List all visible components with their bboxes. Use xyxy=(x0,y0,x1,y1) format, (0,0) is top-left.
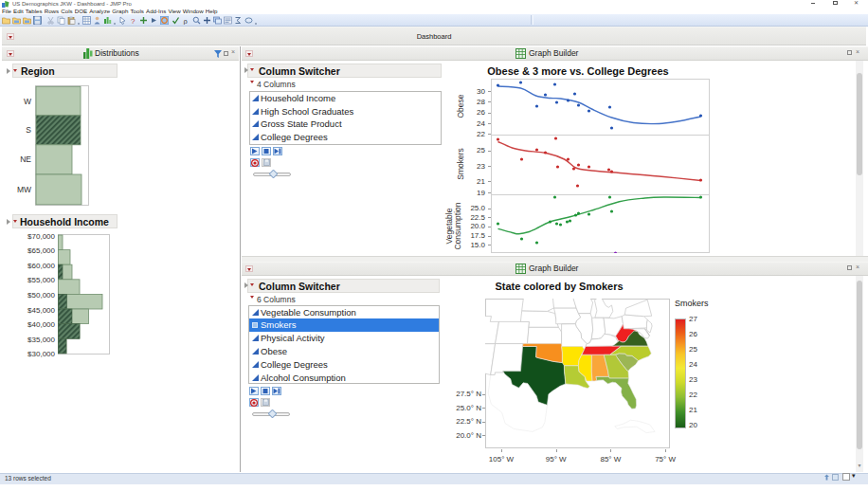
svg-text:?: ? xyxy=(131,17,136,25)
svg-text:ρ: ρ xyxy=(184,16,188,25)
